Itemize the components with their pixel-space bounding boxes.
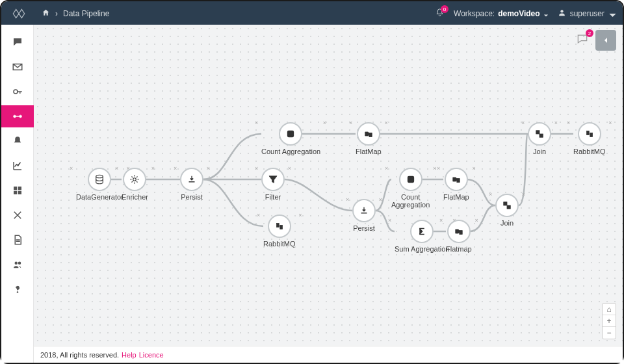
svg-rect-14: [276, 224, 279, 228]
sidebar-item-alerts[interactable]: [1, 130, 34, 152]
sidebar-item-analytics[interactable]: [1, 155, 34, 177]
sidebar-item-mail[interactable]: [1, 56, 34, 78]
pipeline-node[interactable]: ××RabbitMQ: [263, 214, 296, 248]
node-disc[interactable]: [268, 214, 291, 238]
pipeline-node[interactable]: ××RabbitMQ: [573, 122, 606, 155]
node-port-left[interactable]: ×: [489, 191, 492, 198]
breadcrumb-sep: ›: [55, 9, 58, 18]
node-disc[interactable]: [399, 168, 422, 191]
sidebar-item-users[interactable]: [1, 254, 34, 276]
pipeline-node[interactable]: ××Sum Aggregation: [395, 220, 449, 253]
node-label: FlatMap: [356, 148, 382, 155]
zoom-out-button[interactable]: −: [603, 327, 616, 339]
svg-rect-18: [507, 205, 510, 209]
node-disc[interactable]: [88, 168, 111, 191]
notification-button[interactable]: 0: [435, 8, 445, 20]
pipeline-node[interactable]: ××FlatMap: [356, 122, 382, 155]
node-label: RabbitMQ: [573, 148, 606, 155]
pipeline-node[interactable]: ××Persist: [180, 168, 203, 201]
node-disc[interactable]: [261, 168, 285, 191]
sidebar-item-pipeline[interactable]: [1, 105, 34, 127]
pipeline-node[interactable]: ××Join: [528, 122, 551, 155]
home-icon[interactable]: [42, 8, 50, 19]
licence-link[interactable]: Licence: [139, 351, 164, 359]
sidebar-item-shuffle[interactable]: [1, 204, 34, 226]
node-port-left[interactable]: ×: [115, 165, 118, 172]
svg-rect-22: [590, 133, 593, 137]
node-port-left[interactable]: ×: [257, 212, 260, 218]
node-port-right[interactable]: ×: [323, 120, 326, 126]
pipeline-node[interactable]: ××Count Aggregation: [261, 122, 320, 155]
sidebar-item-dashboard[interactable]: [1, 179, 34, 202]
node-port-left[interactable]: ×: [521, 120, 525, 126]
node-port-right[interactable]: ×: [474, 217, 478, 224]
pipeline-node[interactable]: ××Join: [495, 194, 519, 227]
node-disc[interactable]: [352, 199, 376, 222]
node-port-left[interactable]: ×: [567, 120, 570, 126]
pipeline-node[interactable]: ××FlatMap: [443, 168, 469, 201]
node-label: Join: [533, 148, 546, 155]
node-port-left[interactable]: ×: [388, 217, 391, 224]
workspace-switcher[interactable]: Workspace: demoVideo: [454, 9, 549, 18]
pipeline-node[interactable]: ××Enricher: [122, 168, 148, 201]
node-port-right[interactable]: ×: [472, 165, 475, 172]
node-label: Count Aggregation: [261, 148, 320, 155]
sidebar-item-key[interactable]: [1, 81, 34, 103]
sidebar-item-file[interactable]: [1, 229, 34, 251]
pipeline-node[interactable]: ××CountAggregation: [391, 168, 430, 209]
node-port-left[interactable]: ×: [255, 165, 258, 172]
node-port-right[interactable]: ×: [554, 120, 558, 126]
node-port-right[interactable]: ×: [298, 212, 302, 218]
pipeline-node[interactable]: ××Flatmap: [446, 220, 472, 253]
node-port-right[interactable]: ×: [433, 165, 436, 172]
chevron-down-icon: [608, 11, 614, 16]
node-port-left[interactable]: ×: [437, 165, 440, 172]
user-name: superuser: [570, 9, 604, 18]
svg-rect-20: [540, 134, 543, 137]
node-port-right[interactable]: ×: [151, 165, 155, 172]
header-right: 0 Workspace: demoVideo superuser: [435, 8, 614, 20]
sidebar-item-help[interactable]: [1, 278, 34, 300]
copyright: 2018, All rights reserved.: [40, 351, 119, 359]
svg-point-10: [17, 292, 18, 292]
node-port-right[interactable]: ×: [207, 165, 210, 172]
node-port-left[interactable]: ×: [385, 165, 388, 172]
node-port-left[interactable]: ×: [70, 165, 73, 172]
node-port-left[interactable]: ×: [174, 165, 177, 172]
pipeline-node[interactable]: ××Filter: [261, 168, 285, 201]
node-port-left[interactable]: ×: [346, 196, 349, 203]
node-label: Sum Aggregation: [395, 245, 449, 253]
zoom-home-button[interactable]: ⌂: [603, 304, 616, 315]
node-label: Flatmap: [446, 245, 472, 253]
node-disc[interactable]: [123, 168, 146, 191]
node-port-right[interactable]: ×: [608, 120, 612, 126]
node-port-left[interactable]: ×: [349, 120, 352, 126]
node-port-left[interactable]: ×: [255, 120, 258, 126]
node-disc[interactable]: [495, 194, 519, 217]
help-link[interactable]: Help: [122, 351, 136, 359]
node-disc[interactable]: [445, 168, 468, 191]
node-port-left[interactable]: ×: [439, 217, 443, 224]
svg-point-9: [18, 262, 21, 265]
zoom-in-button[interactable]: +: [603, 315, 616, 327]
svg-rect-21: [586, 131, 589, 135]
node-disc[interactable]: [447, 220, 471, 243]
node-disc[interactable]: [357, 122, 380, 146]
breadcrumb[interactable]: › Data Pipeline: [42, 8, 109, 19]
node-disc[interactable]: [279, 122, 302, 146]
notification-badge: 0: [441, 5, 448, 13]
pipeline-node[interactable]: ××Persist: [352, 199, 376, 232]
node-disc[interactable]: [578, 122, 601, 146]
node-disc[interactable]: [528, 122, 551, 146]
node-port-right[interactable]: ×: [384, 120, 387, 126]
node-disc[interactable]: [410, 220, 434, 243]
node-disc[interactable]: [180, 168, 203, 191]
pipeline-node[interactable]: ××DataGenerator: [76, 168, 124, 201]
node-port-right[interactable]: ×: [522, 191, 525, 198]
breadcrumb-title[interactable]: Data Pipeline: [63, 9, 109, 18]
pipeline-canvas[interactable]: 2 ××DataGenerator××Enricher××Persist××Co…: [34, 25, 623, 346]
node-port-right[interactable]: ×: [379, 196, 382, 203]
sidebar-item-chat[interactable]: [1, 31, 34, 53]
node-port-right[interactable]: ×: [288, 165, 291, 172]
user-menu[interactable]: superuser: [558, 8, 614, 19]
